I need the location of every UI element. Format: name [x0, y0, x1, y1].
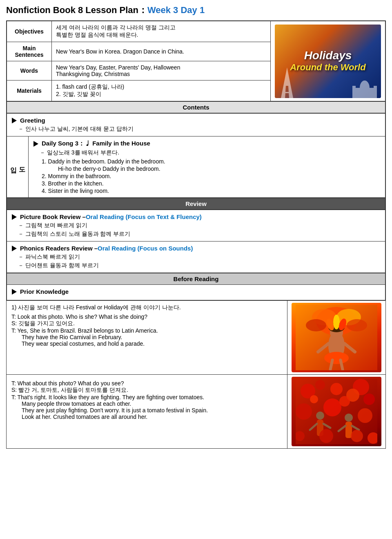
tomato-svg [296, 379, 377, 444]
t3: T: What about this photo? What do you se… [11, 380, 282, 387]
svg-point-29 [363, 394, 375, 405]
svg-point-38 [345, 414, 353, 422]
page-title: Nonfiction Book 8 Lesson Plan：Week 3 Day… [6, 4, 386, 16]
contents-header: Contents [7, 101, 385, 113]
t2: T: Yes, She is from Brazil. Brazil belon… [11, 327, 282, 334]
song-line3: 2. Mommy in the bathroom. [42, 173, 380, 179]
svg-line-23 [341, 360, 343, 369]
words-label: Words [7, 61, 52, 81]
triangle-bullet-phonics [12, 246, 17, 251]
t2c: They wear special costumes, and hold a p… [22, 340, 282, 347]
song-line2: Hi-ho the derry-o Daddy in the bedroom. [58, 166, 380, 172]
svg-rect-6 [374, 86, 377, 98]
materials-label: Materials [7, 81, 52, 101]
svg-line-22 [330, 360, 332, 369]
svg-point-43 [339, 396, 350, 407]
svg-point-11 [306, 319, 326, 331]
triangle-bullet-picbook [12, 214, 17, 220]
song-line4: 3. Brother in the kitchen. [42, 180, 380, 187]
book-title-line1: Holidays [290, 49, 365, 62]
review-header: Review [7, 198, 385, 210]
prior-knowledge-section: Prior Knowledge [7, 285, 385, 300]
materials-content: 1. flash card (공휴일, 나라) 2. 깃발, 깃발 꽂이 [52, 81, 271, 101]
picture-book-review: Picture Book Review – Oral Reading (Focu… [7, 210, 385, 242]
phonics-review-highlight: Oral Reading (Focus on Sounds) [98, 245, 193, 252]
svg-rect-2 [282, 92, 292, 93]
book-title-line2: Around the World [290, 62, 365, 73]
t4: T: That's right. It looks like they are … [11, 394, 282, 400]
svg-point-21 [324, 352, 349, 364]
t4d: Look at her. Crushed tomatoes are all ar… [22, 414, 282, 420]
s1: S: 깃털을 가지고 있어요. [11, 320, 282, 327]
daily-song-section: Daily Song 3：♩ Family in the House － 일상노… [29, 136, 385, 198]
triangle-bullet-dailysong [33, 141, 38, 147]
phonics-review-title: Phonics Readers Review – [20, 245, 98, 252]
svg-point-4 [360, 81, 370, 95]
t4b: Many people throw tomatoes at each other… [22, 400, 282, 407]
carnival-svg [296, 305, 377, 370]
prior-text1: 1) 사진을 보며 다른 나라 Festival or Holiday에 관해 … [11, 304, 282, 311]
t4c: They are just play fighting. Don't worry… [22, 407, 282, 414]
tomato-photo [287, 375, 385, 448]
carnival-photo [287, 301, 385, 374]
phonics-sub2: － 단어챈트 율동과 함께 부르기 [18, 262, 380, 269]
picture-review-sub1: － 그림책 보며 빠르게 읽기 [18, 222, 380, 229]
tomato-photo-box [292, 377, 381, 446]
t2b: They have the Rio Carnival in February. [22, 334, 282, 340]
book-cover-cell: Holidays Around the World [271, 21, 385, 101]
words-content: New Year's Day, Easter, Parents' Day, Ha… [52, 61, 271, 81]
song-line1: 1. Daddy in the bedroom. Daddy in the be… [42, 158, 380, 165]
t1: T: Look at this photo. Who is she? What … [11, 313, 282, 320]
triangle-bullet-greeting [12, 118, 17, 123]
main-sentences-label: Main Sentences [7, 42, 52, 61]
picture-review-title: Picture Book Review – [20, 213, 86, 220]
picture-review-highlight: Oral Reading (Focus on Text & Fluency) [86, 213, 202, 220]
s2: S: 빨간 거, 토마토, 사람들이 토마토를 던져요. [11, 387, 282, 394]
svg-point-27 [330, 383, 343, 395]
svg-point-45 [351, 430, 363, 442]
picture-review-sub2: － 그림책의 스토리 노래 율동과 함께 부르기 [18, 230, 380, 238]
svg-point-26 [315, 380, 325, 390]
tomato-section: T: What about this photo? What do you se… [7, 374, 385, 448]
greeting-section: Greeting － 인사 나누고 날씨, 기본에 대해 묻고 답하기 [7, 114, 385, 136]
tomato-text: T: What about this photo? What do you se… [7, 375, 287, 448]
greeting-sub: － 인사 나누고 날씨, 기본에 대해 묻고 답하기 [18, 125, 380, 133]
brazil-text: 1) 사진을 보며 다른 나라 Festival or Holiday에 관해 … [7, 301, 287, 374]
svg-point-44 [319, 429, 333, 443]
daily-song-sub: － 일상노래 3를 배워서 부른다. [40, 149, 380, 157]
prior-knowledge-title: Prior Knowledge [20, 288, 69, 295]
objectives-label: Objectives [7, 21, 52, 42]
greeting-title: Greeting [20, 117, 45, 124]
before-reading-header: Before Reading [7, 273, 385, 285]
svg-point-33 [323, 398, 341, 416]
objectives-content: 세게 여러 나라의 이름과 각 나라의 명절 그리고 특별한 명절 음식에 대해… [52, 21, 271, 42]
svg-point-17 [333, 315, 340, 329]
svg-rect-1 [284, 84, 290, 85]
book-cover: Holidays Around the World [275, 25, 381, 98]
brazil-section: 1) 사진을 보며 다른 나라 Festival or Holiday에 관해 … [7, 300, 385, 374]
song-line5: 4. Sister in the living room. [42, 188, 380, 194]
svg-rect-5 [352, 86, 356, 98]
svg-point-34 [316, 412, 324, 420]
main-sentences-content: New Year's Bow in Korea. Dragon Dance in… [52, 42, 271, 61]
doip-label-cell: 도입 [7, 136, 29, 198]
phonics-sub1: － 파닉스북 빠르게 읽기 [18, 253, 380, 261]
svg-point-42 [310, 395, 318, 403]
svg-point-32 [358, 408, 372, 423]
svg-point-12 [347, 319, 367, 331]
carnival-photo-box [292, 303, 381, 372]
phonics-readers-review: Phonics Readers Review – Oral Reading (F… [7, 242, 385, 273]
svg-point-31 [296, 403, 312, 420]
triangle-bullet-prior [12, 289, 17, 295]
daily-song-title: Daily Song 3：♩ Family in the House [42, 140, 150, 148]
